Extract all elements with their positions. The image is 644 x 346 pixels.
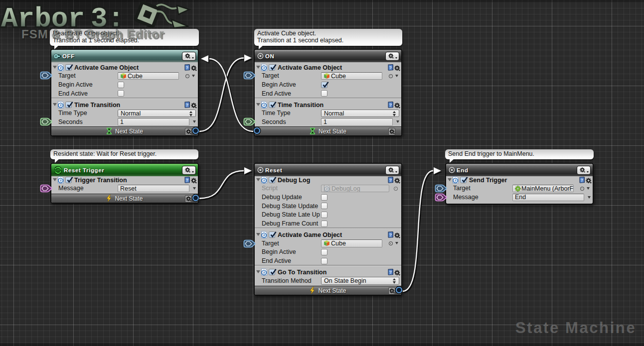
svg-text:?: ? [389, 232, 392, 237]
svg-text:?: ? [389, 270, 392, 275]
svg-text:?: ? [186, 103, 189, 108]
svg-text:?: ? [186, 178, 189, 183]
svg-text:?: ? [389, 178, 392, 183]
svg-text:?: ? [389, 65, 392, 70]
svg-text:?: ? [581, 178, 584, 183]
svg-text:?: ? [389, 103, 392, 108]
svg-text:?: ? [186, 65, 189, 70]
